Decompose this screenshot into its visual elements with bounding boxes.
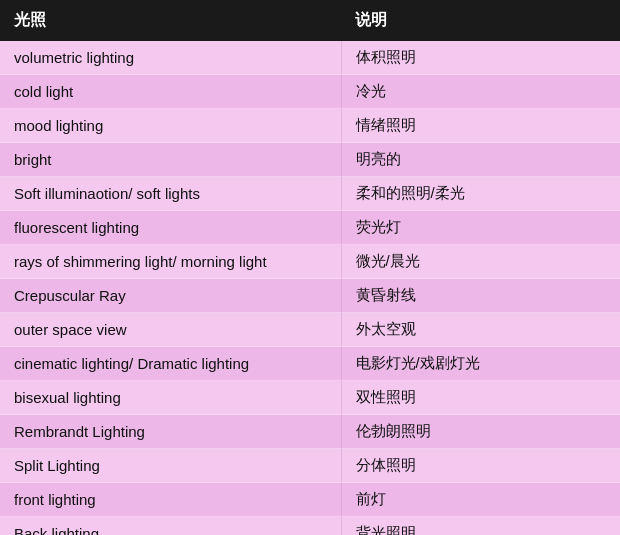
lighting-term-zh: 柔和的照明/柔光	[341, 177, 620, 211]
lighting-term-zh: 电影灯光/戏剧灯光	[341, 347, 620, 381]
lighting-term-zh: 黄昏射线	[341, 279, 620, 313]
table-row: fluorescent lighting荧光灯	[0, 211, 620, 245]
lighting-term-zh: 情绪照明	[341, 109, 620, 143]
table-row: bisexual lighting双性照明	[0, 381, 620, 415]
lighting-term-zh: 外太空观	[341, 313, 620, 347]
table-row: Back lighting背光照明	[0, 517, 620, 536]
table-row: volumetric lighting体积照明	[0, 41, 620, 75]
lighting-term-en: cold light	[0, 75, 341, 109]
lighting-term-zh: 体积照明	[341, 41, 620, 75]
lighting-term-zh: 荧光灯	[341, 211, 620, 245]
lighting-term-zh: 分体照明	[341, 449, 620, 483]
table-row: cinematic lighting/ Dramatic lighting电影灯…	[0, 347, 620, 381]
lighting-term-en: mood lighting	[0, 109, 341, 143]
table-row: mood lighting情绪照明	[0, 109, 620, 143]
lighting-term-en: bright	[0, 143, 341, 177]
lighting-term-en: Crepuscular Ray	[0, 279, 341, 313]
lighting-term-en: rays of shimmering light/ morning light	[0, 245, 341, 279]
col-header-lighting: 光照	[0, 0, 341, 41]
lighting-term-en: volumetric lighting	[0, 41, 341, 75]
lighting-term-en: cinematic lighting/ Dramatic lighting	[0, 347, 341, 381]
lighting-term-zh: 冷光	[341, 75, 620, 109]
lighting-term-en: Back lighting	[0, 517, 341, 536]
table-header-row: 光照 说明	[0, 0, 620, 41]
lighting-term-en: front lighting	[0, 483, 341, 517]
lighting-table: 光照 说明 volumetric lighting体积照明cold light冷…	[0, 0, 620, 535]
table-row: outer space view外太空观	[0, 313, 620, 347]
lighting-term-en: Split Lighting	[0, 449, 341, 483]
lighting-term-en: outer space view	[0, 313, 341, 347]
table-row: cold light冷光	[0, 75, 620, 109]
col-header-description: 说明	[341, 0, 620, 41]
lighting-term-en: fluorescent lighting	[0, 211, 341, 245]
lighting-term-zh: 前灯	[341, 483, 620, 517]
table-row: Crepuscular Ray黄昏射线	[0, 279, 620, 313]
lighting-term-en: bisexual lighting	[0, 381, 341, 415]
lighting-term-en: Rembrandt Lighting	[0, 415, 341, 449]
table-row: Rembrandt Lighting伦勃朗照明	[0, 415, 620, 449]
table-row: bright明亮的	[0, 143, 620, 177]
table-row: Split Lighting分体照明	[0, 449, 620, 483]
table-row: Soft illuminaotion/ soft lights柔和的照明/柔光	[0, 177, 620, 211]
lighting-term-en: Soft illuminaotion/ soft lights	[0, 177, 341, 211]
table-row: rays of shimmering light/ morning light微…	[0, 245, 620, 279]
table-row: front lighting前灯	[0, 483, 620, 517]
lighting-term-zh: 背光照明	[341, 517, 620, 536]
lighting-term-zh: 明亮的	[341, 143, 620, 177]
lighting-term-zh: 伦勃朗照明	[341, 415, 620, 449]
lighting-term-zh: 双性照明	[341, 381, 620, 415]
lighting-term-zh: 微光/晨光	[341, 245, 620, 279]
